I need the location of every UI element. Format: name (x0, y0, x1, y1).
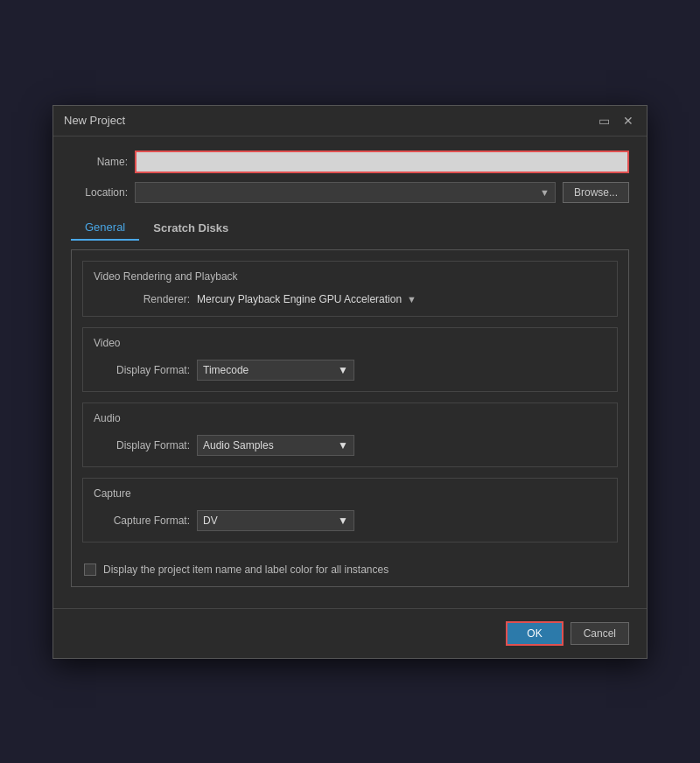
ok-button[interactable]: OK (506, 621, 563, 646)
checkbox-row: Display the project item name and label … (72, 553, 628, 586)
tab-content-general: Video Rendering and Playback Renderer: M… (71, 249, 629, 587)
capture-format-label: Capture Format: (94, 514, 190, 527)
dialog-body: Name: Location: ▼ Browse... General Scra… (53, 136, 647, 601)
capture-format-field: Capture Format: DV ▼ (94, 508, 606, 533)
audio-display-format-label: Display Format: (94, 439, 190, 452)
section-video-rendering: Video Rendering and Playback Renderer: M… (82, 261, 618, 317)
location-field-row: Location: ▼ Browse... (71, 182, 629, 203)
titlebar: New Project ▭ ✕ (53, 106, 647, 136)
tabs-container: General Scratch Disks (71, 215, 629, 241)
name-input[interactable] (135, 150, 629, 173)
tab-general[interactable]: General (71, 215, 139, 241)
video-title: Video (94, 337, 606, 349)
section-audio: Audio Display Format: Audio Samples ▼ (82, 402, 618, 467)
name-label: Name: (71, 156, 128, 168)
close-icon[interactable]: ✕ (620, 113, 636, 129)
audio-display-format-value: Audio Samples (203, 439, 274, 452)
section-capture: Capture Capture Format: DV ▼ (82, 478, 618, 542)
video-display-format-value: Timecode (203, 364, 248, 376)
section-video: Video Display Format: Timecode ▼ (82, 327, 618, 392)
location-dropdown[interactable]: ▼ (135, 182, 556, 203)
audio-display-format-field: Display Format: Audio Samples ▼ (94, 433, 606, 458)
audio-display-format-dropdown[interactable]: Audio Samples ▼ (197, 435, 354, 456)
audio-title: Audio (94, 412, 606, 424)
location-dropdown-arrow: ▼ (540, 187, 550, 198)
cancel-button[interactable]: Cancel (570, 622, 629, 645)
video-display-format-field: Display Format: Timecode ▼ (94, 358, 606, 382)
renderer-field: Renderer: Mercury Playback Engine GPU Ac… (94, 291, 606, 307)
new-project-dialog: New Project ▭ ✕ Name: Location: ▼ Browse… (52, 105, 648, 659)
renderer-arrow: ▼ (407, 294, 416, 304)
capture-format-value: DV (203, 514, 218, 527)
renderer-label: Renderer: (94, 293, 190, 305)
renderer-value: Mercury Playback Engine GPU Acceleration (197, 293, 402, 305)
capture-title: Capture (94, 487, 606, 500)
checkbox-label: Display the project item name and label … (103, 564, 388, 576)
dialog-title: New Project (64, 114, 125, 127)
renderer-dropdown[interactable]: Mercury Playback Engine GPU Acceleration… (197, 293, 416, 305)
display-instances-checkbox[interactable] (84, 564, 96, 576)
monitor-icon[interactable]: ▭ (596, 113, 612, 129)
capture-format-dropdown[interactable]: DV ▼ (197, 510, 354, 531)
titlebar-icons: ▭ ✕ (596, 113, 636, 129)
tab-scratch-disks[interactable]: Scratch Disks (139, 215, 242, 241)
location-label: Location: (71, 186, 128, 199)
dialog-overlay: New Project ▭ ✕ Name: Location: ▼ Browse… (0, 0, 700, 763)
name-field-row: Name: (71, 150, 629, 173)
video-display-format-arrow: ▼ (338, 364, 348, 376)
browse-button[interactable]: Browse... (563, 182, 629, 203)
video-display-format-dropdown[interactable]: Timecode ▼ (197, 360, 354, 381)
dialog-footer: OK Cancel (53, 608, 647, 658)
video-rendering-title: Video Rendering and Playback (94, 270, 606, 283)
capture-format-arrow: ▼ (338, 514, 348, 527)
audio-display-format-arrow: ▼ (338, 439, 348, 452)
video-display-format-label: Display Format: (94, 364, 190, 376)
